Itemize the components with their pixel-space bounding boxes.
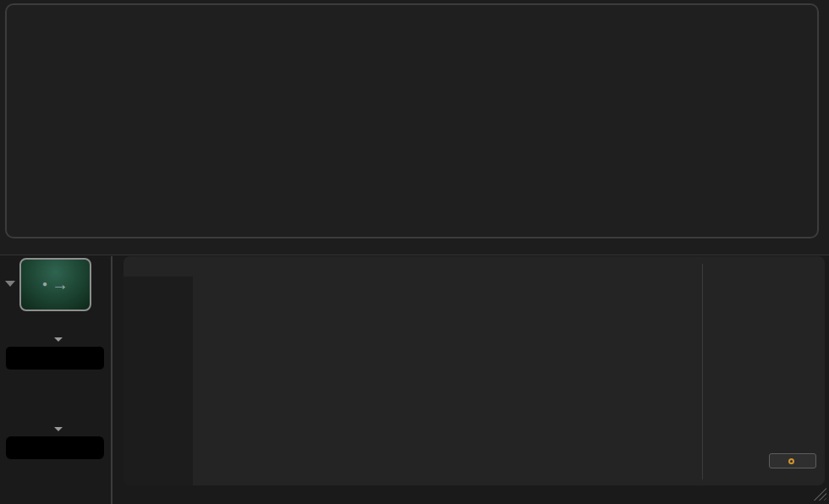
block-library-dropdown[interactable] bbox=[0, 425, 112, 435]
bypass-button[interactable] bbox=[769, 453, 816, 468]
collapse-panel-icon[interactable] bbox=[5, 281, 15, 287]
chevron-down-icon bbox=[54, 337, 63, 342]
channel-selector bbox=[6, 347, 104, 370]
signal-lines bbox=[7, 5, 817, 237]
block-library-field[interactable] bbox=[6, 436, 104, 459]
chevron-down-icon bbox=[54, 427, 63, 431]
block-editor-section: ●→ bbox=[0, 256, 829, 504]
channel-dropdown[interactable] bbox=[0, 335, 112, 345]
mixer-pane bbox=[124, 256, 825, 485]
output-arrow-icon: ●→ bbox=[42, 278, 69, 290]
resize-grip[interactable] bbox=[813, 487, 826, 501]
routing-grid bbox=[5, 3, 819, 238]
routing-grid-section bbox=[0, 0, 829, 255]
vertical-divider bbox=[111, 256, 113, 504]
selected-block-display: ●→ bbox=[19, 258, 91, 311]
tab-rail bbox=[124, 277, 193, 485]
bypass-led-icon bbox=[788, 458, 794, 464]
mixer-divider bbox=[702, 264, 703, 479]
